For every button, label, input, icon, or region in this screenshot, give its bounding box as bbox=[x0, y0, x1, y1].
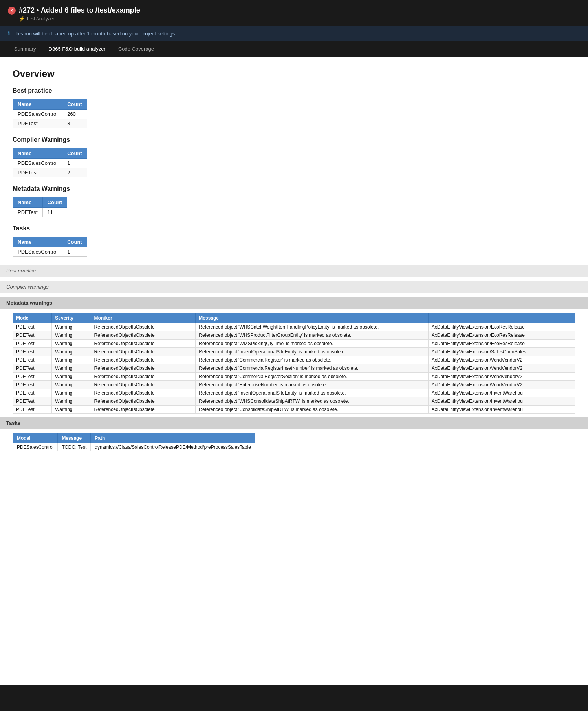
subtitle-icon: ⚡ bbox=[19, 16, 25, 22]
td-col-message: Message bbox=[58, 433, 91, 443]
md-moniker: ReferencedObjectIsObsolete bbox=[91, 397, 196, 406]
t-row1-count: 1 bbox=[62, 247, 87, 257]
td-col-model: Model bbox=[13, 433, 58, 443]
tasks-detail-table: Model Message Path PDESalesControl TODO:… bbox=[13, 433, 255, 451]
md-model: PDETest bbox=[13, 340, 52, 348]
t-row1-name: PDESalesControl bbox=[13, 247, 62, 257]
md-message: Referenced object 'EnterpriseNumber' is … bbox=[196, 381, 428, 389]
cw-row2-count: 2 bbox=[62, 168, 87, 177]
overview-title: Overview bbox=[13, 68, 575, 79]
metadata-warnings-title: Metadata Warnings bbox=[13, 185, 575, 192]
md-message: Referenced object 'CommercialRegisterIns… bbox=[196, 364, 428, 373]
info-icon: ℹ bbox=[8, 30, 10, 37]
md-message: Referenced object 'InventOperationalSite… bbox=[196, 389, 428, 397]
md-model: PDETest bbox=[13, 381, 52, 389]
md-col-path bbox=[428, 313, 575, 323]
table-row: PDESalesControl 260 bbox=[13, 110, 87, 119]
md-model: PDETest bbox=[13, 331, 52, 340]
mw-row1-name: PDETest bbox=[13, 208, 43, 217]
tasks-summary-table: Name Count PDESalesControl 1 bbox=[13, 237, 87, 257]
compiler-warnings-title: Compiler Warnings bbox=[13, 136, 575, 143]
md-moniker: ReferencedObjectIsObsolete bbox=[91, 323, 196, 331]
table-row: PDETest Warning ReferencedObjectIsObsole… bbox=[13, 331, 575, 340]
metadata-warnings-table: Name Count PDETest 11 bbox=[13, 197, 67, 217]
best-practice-table: Name Count PDESalesControl 260 PDETest 3 bbox=[13, 99, 87, 128]
mw-row1-count: 11 bbox=[42, 208, 67, 217]
bp-row2-count: 3 bbox=[62, 119, 87, 128]
t-col-count: Count bbox=[62, 237, 87, 247]
md-path: AxDataEntityViewExtension/SalesOpenSales bbox=[428, 348, 575, 356]
md-moniker: ReferencedObjectIsObsolete bbox=[91, 331, 196, 340]
table-row: PDESalesControl TODO: Test dynamics://Cl… bbox=[13, 443, 255, 451]
table-row: PDETest Warning ReferencedObjectIsObsole… bbox=[13, 381, 575, 389]
md-severity: Warning bbox=[52, 356, 91, 364]
md-message: Referenced object 'ConsolidateShipAtRTW'… bbox=[196, 406, 428, 414]
md-moniker: ReferencedObjectIsObsolete bbox=[91, 389, 196, 397]
md-path: AxDataEntityViewExtension/VendVendorV2 bbox=[428, 356, 575, 364]
tab-summary[interactable]: Summary bbox=[8, 41, 42, 57]
md-moniker: ReferencedObjectIsObsolete bbox=[91, 373, 196, 381]
md-moniker: ReferencedObjectIsObsolete bbox=[91, 356, 196, 364]
md-message: Referenced object 'CommercialRegister' i… bbox=[196, 356, 428, 364]
md-severity: Warning bbox=[52, 364, 91, 373]
md-message: Referenced object 'WHSConsolidateShipAtR… bbox=[196, 397, 428, 406]
table-row: PDETest 11 bbox=[13, 208, 67, 217]
md-message: Referenced object 'WHSProductFilterGroup… bbox=[196, 331, 428, 340]
tab-code-coverage[interactable]: Code Coverage bbox=[112, 41, 160, 57]
md-col-message: Message bbox=[196, 313, 428, 323]
md-model: PDETest bbox=[13, 348, 52, 356]
md-path: AxDataEntityViewExtension/VendVendorV2 bbox=[428, 373, 575, 381]
table-row: PDETest Warning ReferencedObjectIsObsole… bbox=[13, 389, 575, 397]
md-message: Referenced object 'WMSPickingQtyTime' is… bbox=[196, 340, 428, 348]
header-title-row: × #272 • Added 6 files to /test/example bbox=[8, 6, 580, 15]
md-severity: Warning bbox=[52, 331, 91, 340]
md-model: PDETest bbox=[13, 323, 52, 331]
table-row: PDETest Warning ReferencedObjectIsObsole… bbox=[13, 348, 575, 356]
md-model: PDETest bbox=[13, 406, 52, 414]
md-message: Referenced object 'WHSCatchWeightItemHan… bbox=[196, 323, 428, 331]
metadata-detail-wrapper: Model Severity Moniker Message PDETest W… bbox=[0, 313, 588, 415]
section-label-tasks: Tasks bbox=[0, 417, 588, 429]
md-path: AxDataEntityViewExtension/VendVendorV2 bbox=[428, 364, 575, 373]
md-severity: Warning bbox=[52, 406, 91, 414]
table-row: PDESalesControl 1 bbox=[13, 159, 87, 168]
top-header: × #272 • Added 6 files to /test/example … bbox=[0, 0, 588, 26]
tab-d365[interactable]: D365 F&O build analyzer bbox=[42, 41, 112, 57]
main-content: Overview Best practice Name Count PDESal… bbox=[0, 57, 588, 685]
td-message: TODO: Test bbox=[58, 443, 91, 451]
table-row: PDETest Warning ReferencedObjectIsObsole… bbox=[13, 340, 575, 348]
bp-col-count: Count bbox=[62, 99, 87, 110]
cw-col-name: Name bbox=[13, 148, 62, 159]
close-icon[interactable]: × bbox=[8, 7, 16, 15]
cw-row2-name: PDETest bbox=[13, 168, 62, 177]
md-severity: Warning bbox=[52, 373, 91, 381]
md-moniker: ReferencedObjectIsObsolete bbox=[91, 348, 196, 356]
subtitle-row: ⚡ Test Analyzer bbox=[8, 16, 580, 22]
md-moniker: ReferencedObjectIsObsolete bbox=[91, 381, 196, 389]
md-path: AxDataEntityViewExtension/EcoResRelease bbox=[428, 340, 575, 348]
md-severity: Warning bbox=[52, 348, 91, 356]
md-path: AxDataEntityViewExtension/VendVendorV2 bbox=[428, 381, 575, 389]
table-row: PDETest Warning ReferencedObjectIsObsole… bbox=[13, 406, 575, 414]
table-row: PDETest Warning ReferencedObjectIsObsole… bbox=[13, 364, 575, 373]
section-label-cw: Compiler warnings bbox=[0, 281, 588, 293]
subtitle-text: Test Analyzer bbox=[26, 16, 54, 22]
td-col-path: Path bbox=[91, 433, 255, 443]
tasks-title: Tasks bbox=[13, 225, 575, 232]
mw-col-name: Name bbox=[13, 197, 43, 208]
md-message: Referenced object 'CommercialRegisterSec… bbox=[196, 373, 428, 381]
md-moniker: ReferencedObjectIsObsolete bbox=[91, 340, 196, 348]
md-message: Referenced object 'InventOperationalSite… bbox=[196, 348, 428, 356]
md-path: AxDataEntityViewExtension/InventWarehou bbox=[428, 389, 575, 397]
md-moniker: ReferencedObjectIsObsolete bbox=[91, 364, 196, 373]
md-model: PDETest bbox=[13, 356, 52, 364]
table-row: PDETest 3 bbox=[13, 119, 87, 128]
md-model: PDETest bbox=[13, 389, 52, 397]
mw-col-count: Count bbox=[42, 197, 67, 208]
page-title: #272 • Added 6 files to /test/example bbox=[19, 6, 140, 15]
tabs-bar: Summary D365 F&O build analyzer Code Cov… bbox=[0, 41, 588, 57]
table-row: PDETest Warning ReferencedObjectIsObsole… bbox=[13, 373, 575, 381]
best-practice-title: Best practice bbox=[13, 87, 575, 94]
info-text: This run will be cleaned up after 1 mont… bbox=[13, 31, 176, 37]
md-model: PDETest bbox=[13, 373, 52, 381]
